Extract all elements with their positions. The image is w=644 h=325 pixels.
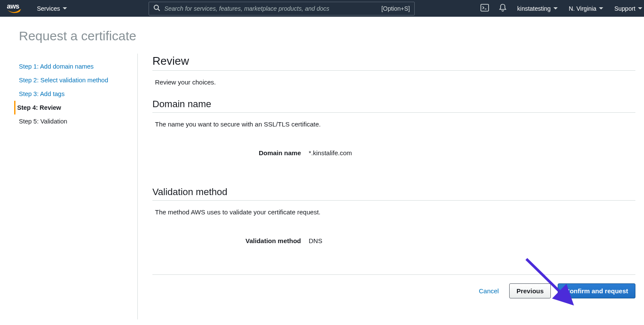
step-5-future: Step 5: Validation [17, 114, 137, 128]
topnav-right: kinstatesting N. Virginia Support [477, 0, 644, 17]
account-label: kinstatesting [517, 5, 551, 12]
validation-method-key: Validation method [152, 237, 301, 244]
account-menu[interactable]: kinstatesting [513, 0, 562, 17]
support-menu[interactable]: Support [610, 0, 644, 17]
validation-method-row: Validation method DNS [152, 237, 635, 244]
search-input[interactable] [164, 5, 377, 12]
services-label: Services [37, 5, 60, 12]
step-4-current: Step 4: Review [14, 101, 137, 114]
domain-section-title: Domain name [152, 99, 635, 112]
validation-section-desc: The method AWS uses to validate your cer… [152, 208, 635, 216]
divider [152, 200, 635, 201]
cancel-button[interactable]: Cancel [475, 287, 502, 295]
svg-rect-2 [481, 4, 489, 11]
divider [152, 70, 635, 71]
previous-button[interactable]: Previous [509, 283, 551, 298]
bell-icon [498, 3, 507, 13]
domain-section-desc: The name you want to secure with an SSL/… [152, 120, 635, 128]
search-shortcut: [Option+S] [381, 5, 410, 12]
content: Step 1: Add domain names Step 2: Select … [0, 54, 644, 319]
step-2-link[interactable]: Step 2: Select validation method [17, 73, 137, 87]
domain-name-key: Domain name [152, 149, 301, 156]
domain-name-row: Domain name *.kinstalife.com [152, 149, 635, 156]
svg-line-1 [158, 9, 160, 11]
review-desc: Review your choices. [152, 78, 635, 86]
topnav: aws Services [Option+S] [0, 0, 644, 17]
cloudshell-button[interactable] [477, 1, 492, 16]
page-title: Request a certificate [0, 17, 644, 43]
footer-actions: Cancel Previous Confirm and request [152, 275, 635, 307]
notifications-button[interactable] [495, 1, 510, 16]
validation-section-title: Validation method [152, 187, 635, 200]
main-panel: Review Review your choices. Domain name … [138, 54, 644, 319]
svg-point-0 [154, 5, 158, 9]
caret-down-icon [638, 7, 642, 9]
wizard-steps: Step 1: Add domain names Step 2: Select … [0, 54, 138, 319]
aws-logo[interactable]: aws [7, 3, 21, 14]
validation-method-value: DNS [309, 237, 322, 244]
caret-down-icon [553, 7, 558, 9]
region-menu[interactable]: N. Virginia [565, 0, 608, 17]
divider [152, 112, 635, 113]
search-icon [153, 4, 160, 12]
domain-name-value: *.kinstalife.com [309, 149, 352, 156]
caret-down-icon [599, 7, 603, 9]
aws-smile-icon [7, 9, 21, 13]
confirm-and-request-button[interactable]: Confirm and request [558, 283, 635, 298]
support-label: Support [614, 5, 635, 12]
step-1-link[interactable]: Step 1: Add domain names [17, 60, 137, 73]
region-label: N. Virginia [569, 5, 596, 12]
terminal-icon [480, 4, 489, 13]
services-menu[interactable]: Services [33, 0, 71, 17]
review-title: Review [152, 54, 635, 70]
global-search[interactable]: [Option+S] [149, 2, 415, 15]
step-3-link[interactable]: Step 3: Add tags [17, 87, 137, 101]
caret-down-icon [63, 7, 67, 9]
